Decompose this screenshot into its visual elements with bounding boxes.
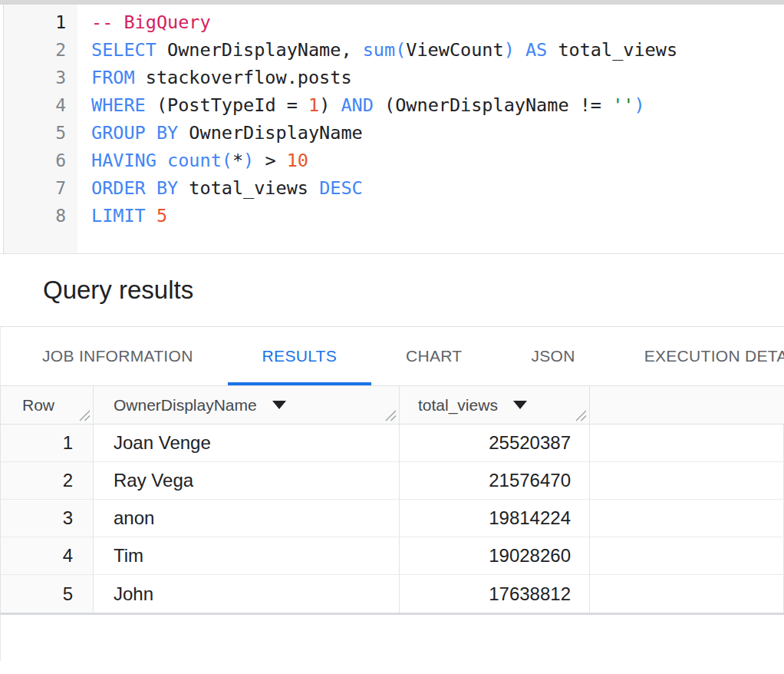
sql-token: > [254,150,286,171]
tab-chart[interactable]: CHART [371,327,496,385]
line-number: 6 [4,147,77,174]
sql-token: OwnerDisplayName [178,122,363,144]
sql-token: total_views [547,39,677,61]
sql-token: DESC [319,177,363,199]
sql-token: FROM [91,67,135,88]
code-line: LIMIT 5 [91,202,784,230]
line-number: 3 [4,64,77,91]
tab-json[interactable]: JSON [496,327,609,385]
page-title: Query results [43,276,193,305]
line-number: 8 [4,202,77,230]
results-tab-bar: JOB INFORMATIONRESULTSCHARTJSONEXECUTION… [0,327,784,386]
sql-token: -- BigQuery [91,12,211,33]
code-line: GROUP BY OwnerDisplayName [91,119,784,147]
tab-job-information[interactable]: JOB INFORMATION [8,327,228,385]
sql-token: stackoverflow.posts [135,67,352,88]
sql-token: AND [341,94,373,116]
sql-token: OwnerDisplayName, [156,39,363,61]
query-results-header: Query results [0,254,784,327]
code-line: FROM stackoverflow.posts [91,64,784,91]
column-label: OwnerDisplayName [114,396,257,415]
column-header-filler [590,386,784,424]
sql-token [156,150,167,171]
code-line: SELECT OwnerDisplayName, sum(ViewCount) … [91,36,784,64]
owner-display-name-cell: Joan Venge [94,425,400,461]
table-row: 1Joan Venge25520387 [1,425,784,462]
line-number: 5 [4,119,77,147]
owner-display-name-cell: John [94,575,400,613]
total-views-cell: 25520387 [400,425,590,461]
filler-cell [590,537,784,574]
bottom-spacer [0,615,784,661]
code-line: WHERE (PostTypeId = 1) AND (OwnerDisplay… [91,91,784,119]
filler-cell [590,425,784,461]
line-number: 1 [4,8,77,36]
sql-token: ) [319,94,341,116]
line-number: 4 [4,91,77,119]
table-body: 1Joan Venge255203872Ray Vega215764703ano… [1,425,784,613]
table-row: 5John17638812 [1,575,784,613]
sql-token: count( [167,150,232,171]
row-number-cell: 3 [1,500,94,537]
code-line: -- BigQuery [91,8,784,36]
column-label: Row [22,396,54,415]
column-resize-handle[interactable] [385,410,397,421]
sql-editor[interactable]: 12345678 -- BigQuerySELECT OwnerDisplayN… [0,5,784,254]
code-area[interactable]: -- BigQuerySELECT OwnerDisplayName, sum(… [77,5,784,253]
total-views-cell: 19028260 [400,537,590,574]
sql-token: ORDER BY [91,177,178,199]
code-line: HAVING count(*) > 10 [91,147,784,174]
sql-token: ) [634,94,644,116]
tab-results[interactable]: RESULTS [228,327,371,385]
row-number-cell: 1 [1,425,94,461]
sql-token: '' [612,94,634,116]
row-number-cell: 2 [1,462,94,499]
column-header-row: Row [1,386,94,424]
table-header-row: Row OwnerDisplayName total_views [1,386,784,425]
total-views-cell: 19814224 [400,500,590,537]
total-views-cell: 17638812 [400,575,590,613]
sql-token: (OwnerDisplayName != [374,94,612,116]
owner-display-name-cell: anon [94,500,400,537]
filler-cell [590,575,784,613]
column-header-total-views: total_views [400,386,590,424]
column-sort-menu-icon[interactable] [272,401,286,409]
sql-token: AS [525,39,547,61]
tab-execution-details[interactable]: EXECUTION DETAILS [610,327,784,385]
sql-token: ViewCount [406,39,503,61]
sql-token: * [232,150,243,171]
line-number: 2 [4,36,77,64]
column-header-ownerdisplayname: OwnerDisplayName [94,386,400,424]
sql-token [515,39,525,61]
table-row: 2Ray Vega21576470 [1,462,784,500]
sql-token: 10 [287,150,308,171]
results-table: Row OwnerDisplayName total_views [0,386,784,615]
row-number-cell: 4 [1,537,94,574]
owner-display-name-cell: Tim [94,537,400,574]
sql-token: HAVING [91,150,156,171]
bigquery-results-page: 12345678 -- BigQuerySELECT OwnerDisplayN… [0,0,784,674]
filler-cell [590,462,784,499]
sql-token: WHERE [91,94,146,116]
column-sort-menu-icon[interactable] [513,401,527,409]
sql-token: ) [504,39,515,61]
sql-token: LIMIT [91,205,146,226]
table-row: 4Tim19028260 [1,537,784,575]
owner-display-name-cell: Ray Vega [94,462,400,499]
column-label: total_views [418,396,498,415]
gutter: 12345678 [3,5,77,253]
sql-token: (PostTypeId = [146,94,308,116]
total-views-cell: 21576470 [400,462,590,499]
row-number-cell: 5 [1,575,94,613]
sql-token [146,205,156,226]
line-number: 7 [4,174,77,202]
sql-token: ) [243,150,254,171]
filler-cell [590,500,784,537]
column-resize-handle[interactable] [79,410,91,421]
sql-token: total_views [178,177,319,199]
table-row: 3anon19814224 [1,500,784,537]
code-line: ORDER BY total_views DESC [91,174,784,202]
sql-token: 5 [156,205,167,226]
column-resize-handle[interactable] [575,410,587,421]
sql-token: SELECT [91,39,156,61]
